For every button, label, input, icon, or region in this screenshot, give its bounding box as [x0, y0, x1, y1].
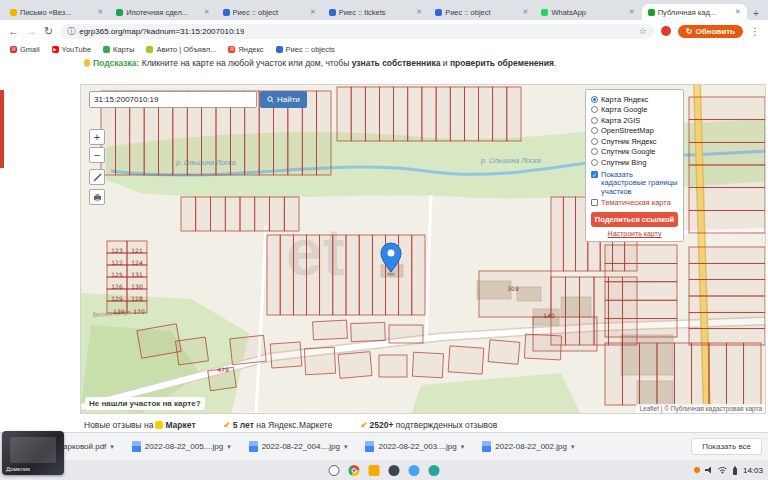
chevron-down-icon[interactable]: ▾ — [461, 443, 465, 451]
layer-checkbox[interactable]: Тематическая карта — [591, 199, 678, 208]
chevron-down-icon[interactable]: ▾ — [227, 443, 231, 451]
site-info-icon[interactable]: ⓘ — [67, 26, 75, 37]
not-found-link[interactable]: Не нашли участок на карте? — [85, 397, 205, 410]
checkbox-label: Показать кадастровые границы участков — [601, 171, 678, 197]
download-item[interactable]: 2022-08-22_002.jpg▾ — [473, 433, 583, 460]
print-button[interactable] — [89, 189, 105, 205]
yandex-market-icon — [155, 421, 163, 429]
browser-tab[interactable]: Риес :: object✕ — [429, 4, 534, 20]
bookmark-favicon — [103, 46, 110, 53]
tab-title: Ипотечная сдел... — [126, 8, 200, 17]
browser-tab[interactable]: Письмо «Вез...✕ — [4, 4, 109, 20]
tab-close-icon[interactable]: ✕ — [97, 8, 103, 16]
downloads-bar: Анализ Парковой.pdf▾2022-08-22_005....jp… — [0, 432, 768, 460]
status-tray[interactable]: 14:03 — [694, 460, 763, 480]
bookmark-label: Авито | Объявл... — [156, 45, 216, 54]
back-icon[interactable]: ← — [8, 26, 19, 37]
address-bar[interactable]: ⓘ egrp365.org/map/?kadnum=31:15:2007010:… — [60, 24, 654, 39]
layer-option[interactable]: Спутник Bing — [591, 157, 678, 168]
tab-close-icon[interactable]: ✕ — [735, 8, 741, 16]
tab-close-icon[interactable]: ✕ — [629, 8, 635, 16]
reload-icon[interactable]: ↻ — [44, 26, 53, 37]
measure-button[interactable] — [89, 169, 105, 185]
tab-close-icon[interactable]: ✕ — [416, 8, 422, 16]
battery-icon — [732, 466, 738, 475]
zoom-out-button[interactable]: − — [89, 147, 105, 163]
bookmark-star-icon[interactable]: ☆ — [639, 26, 647, 36]
preview-thumbnail[interactable]: Домклик — [2, 431, 64, 475]
radio-icon — [591, 127, 598, 134]
os-shelf: 14:03 — [0, 460, 768, 480]
zoom-in-button[interactable]: + — [89, 129, 105, 145]
bookmark-favicon: Я — [228, 46, 235, 53]
shelf-apps — [329, 460, 440, 480]
bookmark-favicon — [146, 46, 153, 53]
app-icon[interactable] — [389, 465, 400, 476]
extension-icon[interactable] — [661, 26, 671, 36]
browser-tab[interactable]: Публичная кад...✕ — [642, 4, 747, 20]
chrome-icon[interactable] — [349, 465, 360, 476]
radio-icon — [591, 148, 598, 155]
browser-tab[interactable]: Ипотечная сдел...✕ — [110, 4, 215, 20]
checkbox-icon: ✓ — [591, 171, 598, 178]
layer-option[interactable]: OpenStreetMap — [591, 126, 678, 137]
bookmark-item[interactable]: Авито | Объявл... — [146, 45, 216, 54]
download-filename: 2022-08-22_005....jpg — [145, 442, 223, 451]
bookmark-item[interactable]: Карты — [103, 45, 134, 54]
new-tab-button[interactable]: + — [748, 6, 764, 20]
bookmark-item[interactable]: Риес :: objects — [276, 45, 335, 54]
chevron-down-icon[interactable]: ▾ — [571, 443, 575, 451]
layer-checkbox[interactable]: ✓Показать кадастровые границы участков — [591, 171, 678, 197]
url-text: egrp365.org/map/?kadnum=31:15:2007010:19 — [79, 27, 244, 36]
update-button[interactable]: ↻ Обновить — [678, 25, 743, 38]
radio-icon — [591, 96, 598, 103]
download-item[interactable]: 2022-08-22_005....jpg▾ — [123, 433, 240, 460]
layer-option[interactable]: Карта Google — [591, 105, 678, 116]
browser-tab[interactable]: Риес :: object✕ — [217, 4, 322, 20]
tab-close-icon[interactable]: ✕ — [204, 8, 210, 16]
download-item[interactable]: 2022-08-22_004....jpg▾ — [240, 433, 357, 460]
layer-option[interactable]: Спутник Google — [591, 147, 678, 158]
app-icon[interactable] — [409, 465, 420, 476]
chevron-down-icon[interactable]: ▾ — [344, 443, 348, 451]
download-filename: 2022-08-22_002.jpg — [495, 442, 567, 451]
find-button[interactable]: Найти — [260, 91, 307, 108]
bookmark-item[interactable]: ЯЯндекс — [228, 45, 263, 54]
map[interactable]: et р. Ольшина Лоска р. Ольшина Лоска Вес… — [80, 84, 766, 414]
bookmark-item[interactable]: MGmail — [10, 45, 40, 54]
tab-favicon — [329, 9, 336, 16]
forward-icon[interactable]: → — [26, 26, 37, 37]
printer-icon — [93, 193, 102, 202]
browser-tab[interactable]: WhatsApp✕ — [535, 4, 640, 20]
basemap-options: Карта ЯндексКарта GoogleКарта 2GISOpenSt… — [591, 94, 678, 168]
tab-close-icon[interactable]: ✕ — [523, 8, 529, 16]
layer-option[interactable]: Спутник Яндекс — [591, 136, 678, 147]
show-all-downloads-button[interactable]: Показать все — [691, 438, 762, 455]
tab-title: WhatsApp — [551, 8, 625, 17]
layer-option[interactable]: Карта 2GIS — [591, 115, 678, 126]
chevron-down-icon[interactable]: ▾ — [110, 443, 114, 451]
browser-tab[interactable]: Риес :: tickets✕ — [323, 4, 428, 20]
image-file-icon — [365, 441, 374, 452]
download-item[interactable]: 2022-08-22_003....jpg▾ — [356, 433, 473, 460]
layer-option-label: Спутник Яндекс — [601, 137, 657, 146]
browser-menu-icon[interactable]: ⋮ — [750, 26, 760, 37]
share-link-button[interactable]: Поделиться ссылкой — [591, 212, 678, 227]
tab-favicon — [435, 9, 442, 16]
tab-close-icon[interactable]: ✕ — [310, 8, 316, 16]
files-icon[interactable] — [369, 465, 380, 476]
page-left-accent — [0, 90, 4, 168]
launcher-icon[interactable] — [329, 465, 340, 476]
reviews-market[interactable]: Новые отзывы наМаркет — [84, 420, 196, 430]
screen: { "browser": { "tabs": [ {"title": "Пись… — [0, 0, 768, 480]
tab-favicon — [648, 9, 655, 16]
layer-option[interactable]: Карта Яндекс — [591, 94, 678, 105]
bookmark-item[interactable]: ▶YouTube — [52, 45, 91, 54]
bookmark-favicon — [276, 46, 283, 53]
tab-title: Риес :: object — [233, 8, 307, 17]
kadnum-search-input[interactable] — [89, 91, 257, 108]
map-attribution: Leaflet | © Публичная кадастровая карта — [636, 404, 765, 413]
configure-map-link[interactable]: Настроить карту — [591, 230, 678, 237]
search-icon — [267, 96, 274, 103]
app-icon[interactable] — [429, 465, 440, 476]
